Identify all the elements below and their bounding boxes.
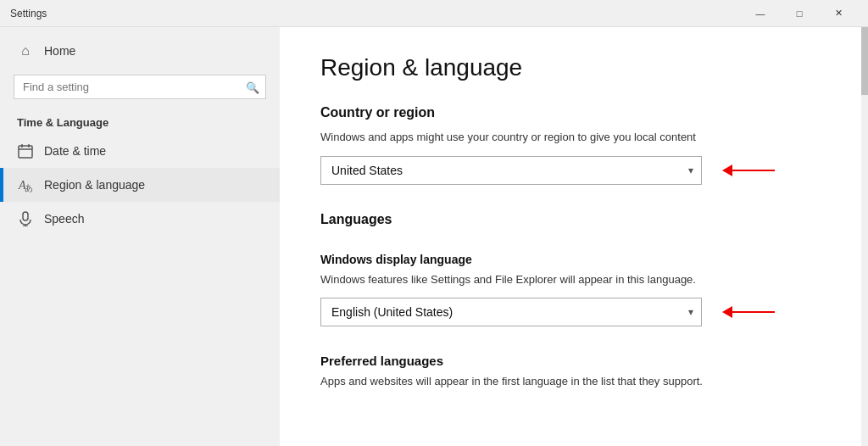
search-input[interactable]: [14, 75, 266, 99]
country-red-arrow: [722, 164, 775, 176]
country-select-wrapper: United States United Kingdom Canada Aust…: [320, 156, 702, 185]
sidebar-item-home[interactable]: ⌂ Home: [0, 34, 280, 68]
country-section-title: Country or region: [320, 105, 821, 120]
display-language-desc: Windows features like Settings and File …: [320, 271, 821, 288]
preferred-languages-title: Preferred languages: [320, 354, 821, 368]
display-language-select[interactable]: English (United States) English (United …: [320, 298, 702, 326]
speech-icon: [17, 210, 34, 227]
minimize-button[interactable]: —: [741, 0, 780, 27]
country-section: Country or region Windows and apps might…: [320, 105, 821, 185]
scrollbar[interactable]: [861, 27, 868, 446]
languages-section-title: Languages: [320, 212, 821, 227]
home-icon: ⌂: [17, 42, 34, 59]
sidebar: ⌂ Home 🔍 Time & Language Date & time: [0, 27, 280, 446]
display-language-red-arrow: [722, 306, 775, 318]
sidebar-item-label: Speech: [44, 212, 84, 226]
arrow-head: [722, 164, 732, 176]
date-time-icon: [17, 142, 34, 159]
svg-text:あ: あ: [25, 183, 33, 192]
maximize-button[interactable]: □: [780, 0, 819, 27]
display-language-title: Windows display language: [320, 253, 821, 266]
title-bar-controls: — □ ✕: [741, 0, 858, 27]
scrollbar-thumb[interactable]: [861, 27, 868, 95]
svg-rect-6: [23, 212, 28, 220]
title-bar: Settings — □ ✕: [0, 0, 868, 27]
display-language-dropdown-row: English (United States) English (United …: [320, 298, 821, 326]
app-body: ⌂ Home 🔍 Time & Language Date & time: [0, 27, 868, 446]
sidebar-item-region-language[interactable]: A あ Region & language: [0, 168, 280, 202]
region-language-icon: A あ: [17, 176, 34, 193]
close-button[interactable]: ✕: [819, 0, 858, 27]
sidebar-item-date-time[interactable]: Date & time: [0, 134, 280, 168]
search-icon: 🔍: [246, 81, 259, 93]
preferred-languages-desc: Apps and websites will appear in the fir…: [320, 373, 821, 390]
arrow-head-2: [722, 306, 732, 318]
sidebar-item-speech[interactable]: Speech: [0, 202, 280, 236]
country-dropdown-row: United States United Kingdom Canada Aust…: [320, 156, 821, 185]
svg-rect-0: [19, 146, 32, 158]
arrow-line-2: [732, 311, 775, 313]
arrow-line: [732, 170, 775, 171]
sidebar-item-label: Date & time: [44, 144, 106, 158]
main-content: Region & language Country or region Wind…: [280, 27, 861, 446]
title-bar-text: Settings: [10, 8, 741, 20]
languages-divider: [320, 236, 821, 253]
display-language-select-wrapper: English (United States) English (United …: [320, 298, 702, 326]
sidebar-section-title: Time & Language: [0, 106, 280, 134]
search-box: 🔍: [14, 75, 266, 99]
page-title: Region & language: [320, 54, 821, 81]
sidebar-home-label: Home: [44, 44, 75, 58]
languages-section: Languages Windows display language Windo…: [320, 212, 821, 390]
country-select[interactable]: United States United Kingdom Canada Aust…: [320, 156, 702, 185]
country-section-desc: Windows and apps might use your country …: [320, 129, 821, 146]
sidebar-item-label: Region & language: [44, 178, 145, 192]
